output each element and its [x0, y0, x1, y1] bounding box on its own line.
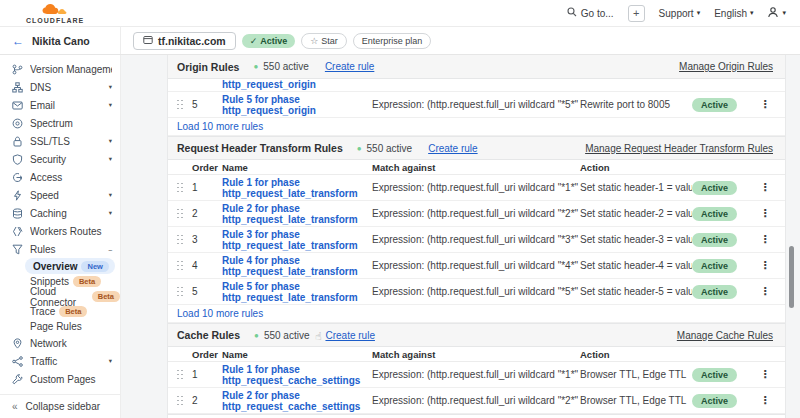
account-switcher[interactable]: ← Nikita Cano — [0, 27, 121, 54]
sidebar-item-email[interactable]: Email ▾ — [0, 96, 120, 114]
sidebar-item-label: Version Management — [30, 64, 112, 75]
sidebar-item-trace[interactable]: Trace Beta — [0, 304, 120, 319]
site-icon — [143, 35, 153, 47]
kebab-menu-icon[interactable]: ⋮ — [750, 207, 780, 220]
sidebar-item-speed[interactable]: Speed ▾ — [0, 186, 120, 204]
load-more-rules-link[interactable]: Load 10 more rules — [168, 118, 785, 136]
sidebar-item-ssl-tls[interactable]: SSL/TLS ▾ — [0, 132, 120, 150]
sidebar-item-traffic[interactable]: Traffic ▾ — [0, 352, 120, 370]
sidebar-item-spectrum[interactable]: Spectrum — [0, 114, 120, 132]
rules-card: Origin Rules ● 550 active Create rule Ma… — [167, 55, 786, 418]
create-rule-link[interactable]: Create rule — [428, 143, 477, 154]
active-count: 550 active — [367, 143, 413, 154]
kebab-menu-icon[interactable]: ⋮ — [750, 285, 780, 298]
rule-order: 3 — [192, 234, 222, 245]
drag-handle-icon[interactable] — [168, 235, 192, 245]
rule-name-link[interactable]: Rule 2 for phase http_request_cache_sett… — [222, 390, 372, 412]
rule-match: Expression: (http.request.full_uri wildc… — [372, 182, 580, 193]
section-request-header-transform-rules: Request Header Transform Rules ● 550 act… — [168, 136, 785, 323]
drag-handle-icon[interactable] — [168, 287, 192, 297]
scrollbar-thumb[interactable] — [789, 246, 794, 308]
rule-name-link[interactable]: http_request_origin — [222, 79, 372, 90]
sidebar-item-network[interactable]: Network — [0, 334, 120, 352]
column-order: Order — [192, 349, 222, 360]
manage-origin-rules-link[interactable]: Manage Origin Rules — [679, 61, 773, 72]
wrench-icon — [11, 373, 23, 385]
support-menu[interactable]: Support ▾ — [659, 8, 701, 19]
goto-label: Go to... — [581, 8, 614, 19]
rule-name-link[interactable]: Rule 5 for phase http_request_late_trans… — [222, 281, 372, 303]
sidebar-item-label: Page Rules — [30, 321, 82, 332]
rule-order: 4 — [192, 260, 222, 271]
drag-handle-icon[interactable] — [168, 100, 192, 110]
back-arrow-icon[interactable]: ← — [12, 34, 24, 48]
rule-order: 1 — [192, 369, 222, 380]
status-badge: Active — [692, 259, 737, 273]
rule-order: 5 — [192, 99, 222, 110]
sidebar-item-label: SSL/TLS — [30, 136, 102, 147]
collapse-sidebar-button[interactable]: « Collapse sidebar — [0, 394, 120, 418]
add-button[interactable]: + — [628, 5, 645, 22]
sidebar-item-overview[interactable]: Overview New — [25, 258, 115, 274]
rule-name-link[interactable]: Rule 1 for phase http_request_cache_sett… — [222, 364, 372, 386]
sidebar-item-workers-routes[interactable]: Workers Routes — [0, 222, 120, 240]
sidebar-item-cloud-connector[interactable]: Cloud Connector Beta — [0, 289, 120, 304]
drag-handle-icon[interactable] — [168, 209, 192, 219]
kebab-menu-icon[interactable]: ⋮ — [750, 259, 780, 272]
chevron-down-icon: ▾ — [109, 137, 112, 145]
table-row: 2 Rule 2 for phase http_request_late_tra… — [168, 201, 785, 227]
active-dot-icon: ● — [253, 62, 258, 71]
rule-match: Expression: (http.request.full_uri wildc… — [372, 99, 580, 110]
cloudflare-logo[interactable]: CLOUDFLARE — [26, 2, 84, 24]
sidebar-item-version-management[interactable]: Version Management — [0, 60, 120, 78]
domain-selector[interactable]: tf.nikitac.com — [133, 32, 236, 50]
chevron-down-icon: ▾ — [109, 209, 112, 217]
language-menu[interactable]: English ▾ — [714, 8, 753, 19]
sidebar-item-label: Access — [30, 172, 112, 183]
goto-search[interactable]: Go to... — [567, 7, 614, 19]
spectrum-icon — [11, 117, 23, 129]
create-rule-link[interactable]: Create rule — [325, 61, 374, 72]
drag-handle-icon[interactable] — [168, 183, 192, 193]
kebab-menu-icon[interactable]: ⋮ — [750, 233, 780, 246]
sidebar-item-custom-pages[interactable]: Custom Pages — [0, 370, 120, 388]
drag-handle-icon[interactable] — [168, 396, 192, 406]
kebab-menu-icon[interactable]: ⋮ — [750, 181, 780, 194]
sidebar-item-page-rules[interactable]: Page Rules — [0, 319, 120, 334]
section-origin-rules: Origin Rules ● 550 active Create rule Ma… — [168, 55, 785, 136]
drag-handle-icon[interactable] — [168, 261, 192, 271]
account-menu[interactable]: ▾ — [767, 6, 786, 20]
rule-action: Browser TTL, Edge TTL — [580, 395, 692, 406]
star-button[interactable]: ☆ Star — [301, 33, 347, 49]
rule-name-link[interactable]: Rule 3 for phase http_request_late_trans… — [222, 229, 372, 251]
sidebar-item-rules[interactable]: Rules – — [0, 240, 120, 258]
table-column-headers: Order Name Match against Action — [168, 160, 785, 175]
chevron-down-icon: ▾ — [109, 357, 112, 365]
rule-name-link[interactable]: Rule 2 for phase http_request_late_trans… — [222, 203, 372, 225]
manage-rht-rules-link[interactable]: Manage Request Header Transform Rules — [585, 143, 773, 154]
sidebar-item-security[interactable]: Security ▾ — [0, 150, 120, 168]
branch-icon — [11, 63, 23, 75]
load-more-rules-link[interactable]: Load 10 more rules — [168, 305, 785, 323]
database-icon — [11, 207, 23, 219]
rule-match: Expression: (http.request.full_uri wildc… — [372, 260, 580, 271]
chevron-down-icon: ▾ — [109, 191, 112, 199]
access-icon — [11, 171, 23, 183]
kebab-menu-icon[interactable]: ⋮ — [750, 368, 780, 381]
kebab-menu-icon[interactable]: ⋮ — [750, 394, 780, 407]
manage-cache-rules-link[interactable]: Manage Cache Rules — [677, 330, 773, 341]
sidebar-item-dns[interactable]: DNS ▾ — [0, 78, 120, 96]
create-rule-link[interactable]: Create rule — [325, 330, 374, 341]
active-dot-icon: ● — [254, 331, 259, 340]
sidebar-item-label: Workers Routes — [30, 226, 112, 237]
rule-name-link[interactable]: Rule 5 for phase http_request_origin — [222, 94, 372, 116]
sidebar-item-access[interactable]: Access — [0, 168, 120, 186]
rule-name-link[interactable]: Rule 4 for phase http_request_late_trans… — [222, 255, 372, 277]
drag-handle-icon[interactable] — [168, 370, 192, 380]
rule-name-link[interactable]: Rule 1 for phase http_request_late_trans… — [222, 177, 372, 199]
status-badge: Active — [692, 233, 737, 247]
sidebar-item-caching[interactable]: Caching ▾ — [0, 204, 120, 222]
rule-action: Browser TTL, Edge TTL — [580, 369, 692, 380]
cloudflare-logo-text: CLOUDFLARE — [26, 17, 84, 24]
kebab-menu-icon[interactable]: ⋮ — [750, 98, 780, 111]
